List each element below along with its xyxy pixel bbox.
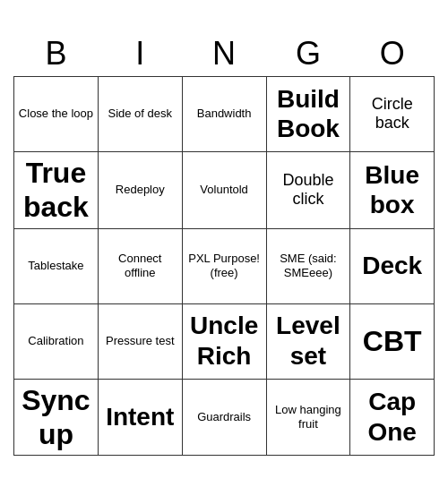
bingo-cell: Bandwidth (182, 76, 266, 151)
table-row: Sync upIntentGuardrailsLow hanging fruit… (14, 379, 435, 456)
bingo-cell: Guardrails (182, 379, 266, 456)
bingo-cell: SME (said: SMEeee) (266, 228, 350, 303)
table-row: TablestakeConnect offlinePXL Purpose! (f… (14, 228, 435, 303)
bingo-cell: PXL Purpose! (free) (182, 228, 266, 303)
letter-i: I (98, 31, 182, 77)
bingo-cell: Sync up (14, 379, 99, 456)
bingo-cell: Double click (266, 151, 350, 228)
table-row: Close the loopSide of deskBandwidthBuild… (14, 76, 435, 151)
bingo-cell: Blue box (350, 151, 435, 228)
letter-n: N (182, 31, 266, 77)
bingo-cell: Build Book (266, 76, 350, 151)
bingo-cell: Low hanging fruit (266, 379, 350, 456)
bingo-body: Close the loopSide of deskBandwidthBuild… (14, 76, 435, 456)
bingo-cell: Side of desk (98, 76, 182, 151)
bingo-cell: Deck (350, 228, 435, 303)
letter-b: B (14, 31, 99, 77)
bingo-cell: Calibration (14, 303, 99, 379)
table-row: True backRedeployVoluntoldDouble clickBl… (14, 151, 435, 228)
bingo-cell: Redeploy (98, 151, 182, 228)
bingo-cell: Cap One (350, 379, 435, 456)
bingo-cell: Tablestake (14, 228, 99, 303)
bingo-cell: Uncle Rich (182, 303, 266, 379)
bingo-cell: True back (14, 151, 99, 228)
bingo-cell: CBT (350, 303, 435, 379)
bingo-cell: Intent (98, 379, 182, 456)
bingo-cell: Voluntold (182, 151, 266, 228)
bingo-cell: Close the loop (14, 76, 99, 151)
letter-o: O (350, 31, 435, 77)
bingo-cell: Pressure test (98, 303, 182, 379)
bingo-cell: Circle back (350, 76, 435, 151)
letter-g: G (266, 31, 350, 77)
bingo-cell: Level set (266, 303, 350, 379)
header-letters: B I N G O (14, 31, 435, 77)
bingo-cell: Connect offline (98, 228, 182, 303)
bingo-table: B I N G O Close the loopSide of deskBand… (13, 31, 435, 457)
table-row: CalibrationPressure testUncle RichLevel … (14, 303, 435, 379)
